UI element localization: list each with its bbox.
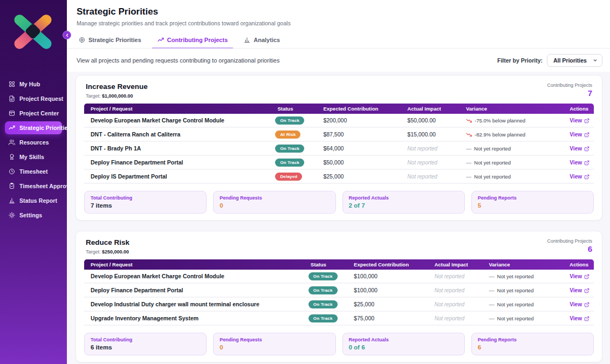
projects-table: Project / RequestStatusExpected Contribu… <box>84 259 594 326</box>
dash-icon: — <box>489 301 495 307</box>
view-link-label: View <box>570 160 582 166</box>
sidebar-item-label: Timesheet <box>19 168 48 175</box>
view-link-label: View <box>570 174 582 180</box>
expected-contribution: $25,000 <box>352 301 432 307</box>
tab-contributing-projects[interactable]: Contributing Projects <box>152 33 233 49</box>
view-link[interactable]: View <box>570 287 590 293</box>
table-row: Deploy IS Department Portal Delayed $25,… <box>84 170 594 184</box>
table-row: Develop European Market Charge Control M… <box>84 114 594 128</box>
summary-value: 0 <box>220 202 329 209</box>
view-link[interactable]: View <box>570 118 590 123</box>
column-header-project-request: Project / Request <box>84 106 275 112</box>
table-row: Develop Industrial Duty charger wall mou… <box>84 298 594 312</box>
filter-label: Filter by Priority: <box>497 57 543 64</box>
variance-text: Not yet reported <box>497 287 534 293</box>
view-link[interactable]: View <box>570 301 590 307</box>
priority-name: Increase Revenue <box>86 83 148 91</box>
sidebar-item-my-hub[interactable]: My Hub <box>5 78 62 91</box>
target-value: $250,000.00 <box>102 249 129 255</box>
external-link-icon <box>584 160 590 166</box>
summary-box-pending-reports: Pending Reports 5 <box>471 191 594 214</box>
sidebar-item-status-report[interactable]: Status Report <box>5 194 62 207</box>
sidebar-item-my-skills[interactable]: My Skills <box>5 150 62 163</box>
status-cell: On Track <box>275 159 321 167</box>
external-link-icon <box>584 274 590 279</box>
project-name: Develop European Market Charge Control M… <box>84 117 275 123</box>
column-header-status: Status <box>309 262 352 267</box>
view-link-label: View <box>570 287 582 293</box>
sidebar-item-label: Status Report <box>19 197 57 204</box>
contributing-projects: Contributing Projects 7 <box>547 83 592 98</box>
view-link[interactable]: View <box>570 315 590 321</box>
column-header-actual-impact: Actual Impact <box>432 262 486 267</box>
dash-icon: — <box>466 146 471 152</box>
summary-value: 6 <box>478 344 587 351</box>
status-badge: On Track <box>309 314 338 322</box>
status-cell: On Track <box>309 272 352 280</box>
sidebar-item-resources[interactable]: Resources <box>5 136 62 149</box>
expected-contribution: $200,000 <box>321 117 405 123</box>
dash-icon: — <box>489 287 495 293</box>
tab-bar: Strategic Priorities Contributing Projec… <box>67 33 610 49</box>
column-header-expected-contribution: Expected Contribution <box>352 262 432 267</box>
trending-down-icon <box>466 118 472 123</box>
page-title: Strategic Priorities <box>77 6 599 17</box>
sidebar-item-label: My Hub <box>19 81 40 87</box>
column-header-expected-contribution: Expected Contribution <box>321 106 405 112</box>
sidebar-item-project-request[interactable]: Project Request <box>5 92 62 105</box>
view-link[interactable]: View <box>570 132 590 138</box>
file-text-icon <box>9 95 15 102</box>
summary-label: Pending Requests <box>220 337 329 342</box>
tab-strategic-priorities[interactable]: Strategic Priorities <box>73 33 147 49</box>
view-link-label: View <box>570 118 582 123</box>
priority-filter-select[interactable]: All Priorities <box>547 54 602 67</box>
sidebar-item-label: Settings <box>19 212 42 218</box>
status-cell: On Track <box>309 300 352 308</box>
grid-icon <box>9 81 15 87</box>
actual-impact: $15,000.00 <box>405 131 464 138</box>
page-subtitle: Manage strategic priorities and track pr… <box>77 20 599 26</box>
variance: -75.0% below planned <box>464 118 558 123</box>
table-row: Deploy Finance Department Portal On Trac… <box>84 156 594 170</box>
tab-analytics[interactable]: Analytics <box>238 33 285 49</box>
actions-cell: View <box>558 159 594 166</box>
view-link[interactable]: View <box>570 160 590 166</box>
summary-label: Reported Actuals <box>349 195 458 201</box>
actual-impact: Not reported <box>405 146 464 152</box>
view-link[interactable]: View <box>570 273 590 279</box>
app-root: My Hub Project Request Project Center St… <box>0 0 610 364</box>
view-link-label: View <box>570 273 582 279</box>
project-name: Develop European Market Charge Control M… <box>84 273 309 279</box>
priority-target: Target: $250,000.00 <box>86 249 129 255</box>
view-link[interactable]: View <box>570 146 590 152</box>
table-row: DNT - Brady Ph 1A On Track $64,000 Not r… <box>84 142 594 156</box>
sidebar-item-timesheet[interactable]: Timesheet <box>5 165 62 178</box>
sidebar-item-project-center[interactable]: Project Center <box>5 107 62 120</box>
actions-cell: View <box>558 145 594 152</box>
expected-contribution: $50,000 <box>321 159 405 166</box>
priority-filter: Filter by Priority: All Priorities <box>497 54 602 67</box>
bar-chart-icon <box>9 197 15 204</box>
actions-cell: View <box>558 173 594 180</box>
view-link[interactable]: View <box>570 174 590 180</box>
actual-impact: Not reported <box>432 315 486 321</box>
actions-cell: View <box>558 315 594 321</box>
variance: —Not yet reported <box>464 160 558 166</box>
external-link-icon <box>584 174 590 180</box>
x-logo-icon <box>8 6 58 56</box>
table-body: Develop European Market Charge Control M… <box>84 114 594 184</box>
table-row: Develop European Market Charge Control M… <box>84 270 594 284</box>
sidebar-collapse-button[interactable] <box>63 31 71 39</box>
variance-text: Not yet reported <box>497 301 534 307</box>
dash-icon: — <box>489 315 495 321</box>
status-cell: On Track <box>309 286 352 294</box>
expected-contribution: $64,000 <box>321 145 405 152</box>
variance-text: Not yet reported <box>474 146 511 152</box>
summary-label: Pending Requests <box>220 195 329 201</box>
variance: -82.9% below planned <box>464 132 558 138</box>
sidebar-item-timesheet-approvals[interactable]: Timesheet Approvals <box>5 180 62 193</box>
sidebar-item-settings[interactable]: Settings <box>5 209 62 222</box>
sidebar-item-strategic-priorities[interactable]: Strategic Priorities <box>5 121 62 134</box>
actual-impact: Not reported <box>432 301 486 307</box>
view-link-label: View <box>570 146 582 152</box>
